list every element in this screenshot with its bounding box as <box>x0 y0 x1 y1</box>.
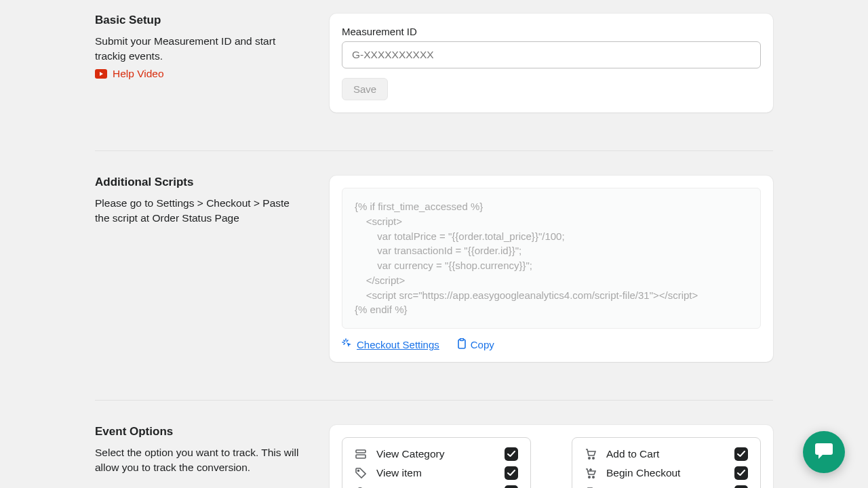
event-option-search: Search <box>355 485 518 488</box>
svg-rect-3 <box>356 450 366 453</box>
event-label: Begin Checkout <box>606 467 725 479</box>
section-event-options: Event Options Select the option you want… <box>95 400 773 488</box>
clipboard-icon <box>457 338 467 351</box>
event-label: View Category <box>376 448 495 460</box>
section-basic-setup: Basic Setup Submit your Measurement ID a… <box>95 14 773 137</box>
tag-icon <box>355 467 367 479</box>
chat-icon <box>814 442 833 462</box>
section-title: Additional Scripts <box>95 176 302 189</box>
cursor-click-icon <box>342 338 353 351</box>
event-group-right: Add to Cart Begin Checkout Purchase <box>572 437 761 488</box>
measurement-id-label: Measurement ID <box>342 26 761 37</box>
checkout-settings-label: Checkout Settings <box>357 339 439 350</box>
cart-icon <box>585 448 597 460</box>
event-checkbox[interactable] <box>505 466 518 480</box>
event-option-purchase: Purchase <box>585 485 748 488</box>
help-video-link[interactable]: Help Video <box>95 68 164 80</box>
youtube-icon <box>95 69 107 79</box>
section-additional-scripts: Additional Scripts Please go to Settings… <box>95 150 773 386</box>
section-title: Event Options <box>95 425 302 439</box>
svg-rect-4 <box>356 455 366 458</box>
event-option-view-category: View Category <box>355 447 518 461</box>
event-options-card: View Category View item Search <box>330 425 773 488</box>
svg-rect-2 <box>460 339 463 341</box>
event-label: View item <box>376 467 495 479</box>
svg-point-11 <box>593 476 594 478</box>
event-checkbox[interactable] <box>734 447 748 461</box>
event-option-view-item: View item <box>355 466 518 480</box>
event-checkbox[interactable] <box>505 485 518 488</box>
section-description: Select the option you want to track. Thi… <box>95 445 302 475</box>
save-button[interactable]: Save <box>342 78 388 100</box>
checkout-icon <box>585 467 597 479</box>
event-checkbox[interactable] <box>734 485 748 488</box>
event-option-begin-checkout: Begin Checkout <box>585 466 748 480</box>
category-icon <box>355 448 367 460</box>
section-description: Please go to Settings > Checkout > Paste… <box>95 196 302 226</box>
svg-point-10 <box>589 476 590 478</box>
script-code-block: {% if first_time_accessed %} <script> va… <box>342 188 761 329</box>
svg-point-5 <box>358 470 359 472</box>
chat-widget-button[interactable] <box>803 431 845 473</box>
copy-label: Copy <box>471 339 494 350</box>
event-group-left: View Category View item Search <box>342 437 531 488</box>
event-label: Add to Cart <box>606 448 725 460</box>
event-checkbox[interactable] <box>734 466 748 480</box>
help-video-label: Help Video <box>113 68 164 80</box>
section-title: Basic Setup <box>95 14 302 27</box>
checkout-settings-link[interactable]: Checkout Settings <box>342 338 439 351</box>
measurement-id-input[interactable] <box>342 41 761 68</box>
copy-link[interactable]: Copy <box>457 338 494 351</box>
scripts-card: {% if first_time_accessed %} <script> va… <box>330 176 773 362</box>
svg-point-8 <box>589 458 590 459</box>
event-option-add-to-cart: Add to Cart <box>585 447 748 461</box>
event-checkbox[interactable] <box>505 447 518 461</box>
section-description: Submit your Measurement ID and start tra… <box>95 34 302 64</box>
svg-point-9 <box>593 458 594 459</box>
basic-setup-card: Measurement ID Save <box>330 14 773 113</box>
